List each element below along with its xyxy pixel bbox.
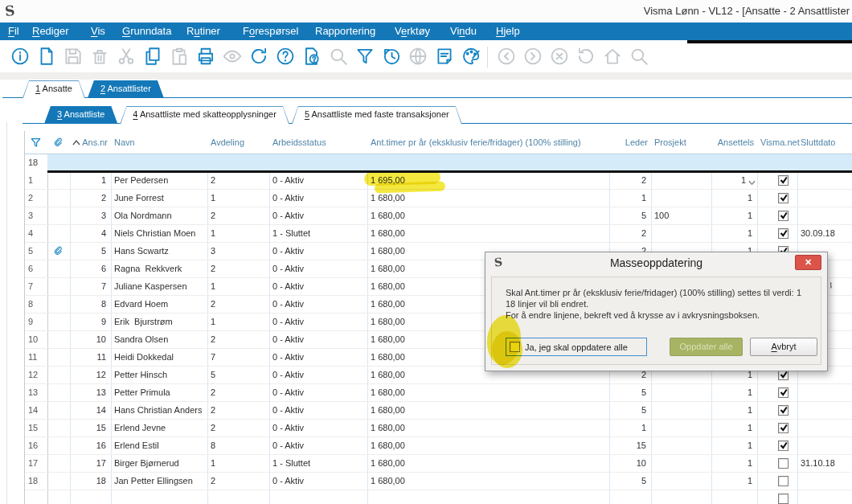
grid-cell-ansettels[interactable]: 1 — [711, 423, 757, 432]
grid-cell-navn[interactable]: Ragna Rekkverk — [111, 264, 207, 273]
grid-cell-timer[interactable]: 1 680,00 — [367, 423, 609, 432]
menu-item-rutiner[interactable]: Rutiner — [186, 25, 220, 37]
subtab-4-ansattliste-med-skatteopplysninger[interactable]: 4 Ansattliste med skatteopplysninger — [120, 106, 289, 124]
grid-cell-avdeling[interactable]: 2 — [207, 211, 269, 220]
grid-cell-avdeling[interactable]: 1 — [207, 281, 269, 291]
info-icon[interactable] — [10, 46, 31, 67]
table-row[interactable]: 1818Jan Petter Ellingsen20 - Aktiv1 680,… — [25, 473, 852, 490]
tab-1-ansatte[interactable]: 1 Ansatte — [23, 80, 85, 98]
grid-cell-ansnr[interactable]: 8 — [70, 299, 111, 309]
grid-cell-navn[interactable]: Ola Nordmann — [111, 211, 207, 220]
grid-cell-visma[interactable] — [757, 175, 797, 187]
grid-cell-visma[interactable] — [757, 458, 797, 470]
grid-cell-navn[interactable]: Hans Christian Anders — [111, 405, 207, 415]
grid-cell-navn[interactable]: Sandra Olsen — [111, 334, 207, 344]
grid-cell-ansettels[interactable]: 1 — [711, 405, 757, 415]
table-row[interactable]: 1515Erlend Jevne20 - Aktiv1 680,0011 — [25, 420, 852, 437]
cancel-button[interactable]: Avbryt — [750, 338, 817, 356]
chevron-down-icon[interactable] — [748, 178, 756, 185]
grid-cell-ansettels[interactable]: 1 — [711, 476, 757, 486]
column-header-status[interactable]: Arbeidsstatus — [272, 137, 326, 147]
grid-cell-ansnr[interactable]: 9 — [70, 317, 111, 326]
grid-cell-leder[interactable]: 10 — [609, 458, 651, 468]
grid-cell-navn[interactable]: Juliane Kaspersen — [111, 281, 207, 291]
grid-cell-avdeling[interactable]: 3 — [207, 246, 269, 256]
grid-cell-visma[interactable] — [757, 440, 797, 453]
grid-cell-status[interactable]: 0 - Aktiv — [269, 193, 367, 203]
grid-cell-status[interactable]: 0 - Aktiv — [269, 281, 367, 291]
grid-cell-status[interactable]: 0 - Aktiv — [269, 423, 367, 432]
grid-cell-ansettels[interactable]: 1 — [711, 211, 757, 220]
grid-cell-ansettels[interactable]: 1 — [711, 175, 757, 185]
help-icon[interactable] — [275, 46, 296, 67]
menu-item-fil[interactable]: Fil — [8, 25, 19, 37]
column-header-slutt[interactable]: Sluttdato — [801, 137, 835, 147]
grid-cell-ansnr[interactable]: 3 — [70, 211, 111, 220]
grid-cell-navn[interactable]: Erlend Jevne — [111, 423, 207, 432]
column-header-navn[interactable]: Navn — [114, 137, 135, 147]
grid-cell-status[interactable]: 0 - Aktiv — [269, 299, 367, 309]
tab-2-ansattlister[interactable]: 2 Ansattlister — [88, 80, 164, 98]
grid-cell-avdeling[interactable]: 5 — [207, 370, 269, 379]
grid-cell-status[interactable]: 0 - Aktiv — [269, 317, 367, 326]
grid-cell-navn[interactable]: Birger Bjørnerud — [111, 458, 207, 468]
table-row[interactable]: 1717Birger Bjørnerud11 - Sluttet1 680,00… — [25, 455, 852, 473]
grid-cell-visma[interactable] — [757, 476, 797, 488]
column-header-ansettels[interactable]: Ansettels — [711, 137, 754, 147]
grid-cell-ansettels[interactable]: 1 — [711, 440, 757, 450]
confirm-checkbox-group[interactable]: Ja, jeg skal oppdatere alle — [506, 338, 647, 356]
grid-cell-visma[interactable] — [757, 211, 797, 223]
grid-cell-leder[interactable]: 1 — [609, 193, 651, 203]
grid-cell-ansnr[interactable]: 15 — [70, 423, 111, 432]
grid-cell-visma[interactable] — [757, 387, 797, 400]
vismanet-checkbox[interactable] — [778, 211, 789, 221]
grid-cell-avdeling[interactable]: 2 — [207, 387, 269, 397]
vismanet-checkbox[interactable] — [778, 440, 789, 451]
grid-cell-navn[interactable]: Petter Hinsch — [111, 370, 207, 379]
grid-cell-ansnr[interactable]: 1 — [70, 175, 111, 185]
column-header-leder[interactable]: Leder — [609, 137, 648, 147]
menu-item-rediger[interactable]: Rediger — [32, 25, 69, 37]
grid-cell-avdeling[interactable]: 2 — [207, 423, 269, 432]
grid-cell-leder[interactable]: 5 — [609, 405, 651, 415]
table-row[interactable]: 33Ola Nordmann20 - Aktiv1 680,0051001 — [25, 207, 852, 225]
vismanet-checkbox[interactable] — [778, 387, 789, 398]
grid-cell-navn[interactable]: Heidi Dokkedal — [111, 352, 207, 362]
close-icon[interactable]: ✕ — [795, 255, 821, 270]
grid-cell-timer[interactable]: 1 680,00 — [367, 476, 609, 486]
new-document-icon[interactable] — [36, 46, 57, 67]
paperclip-icon[interactable] — [47, 245, 70, 258]
menu-item-vis[interactable]: Vis — [91, 25, 105, 37]
column-header-prosjekt[interactable]: Prosjekt — [654, 137, 686, 147]
menu-item-hjelp[interactable]: Hjelp — [496, 25, 520, 37]
grid-cell-visma[interactable] — [757, 193, 797, 205]
subtab-5-ansattliste-med-faste-transaksjoner[interactable]: 5 Ansattliste med faste transaksjoner — [292, 106, 462, 124]
grid-cell-status[interactable]: 0 - Aktiv — [269, 476, 367, 486]
grid-cell-navn[interactable]: Edvard Hoem — [111, 299, 207, 309]
grid-cell-leder[interactable]: 5 — [609, 476, 651, 486]
grid-cell-timer[interactable]: 1 680,00 — [367, 440, 609, 450]
grid-cell-ansettels[interactable]: 1 — [711, 387, 757, 397]
grid-cell-avdeling[interactable]: 1 — [207, 228, 269, 238]
vismanet-checkbox[interactable] — [778, 494, 789, 504]
grid-cell-timer[interactable]: 1 680,00 — [367, 228, 609, 238]
menu-item-foresporsel[interactable]: Forespørsel — [243, 25, 298, 37]
vismanet-checkbox[interactable] — [778, 423, 789, 433]
grid-cell-avdeling[interactable]: 2 — [207, 405, 269, 415]
grid-cell-navn[interactable]: Petter Primula — [111, 387, 207, 397]
document-help-icon[interactable] — [301, 46, 322, 67]
menu-item-verktoy[interactable]: Verktøy — [395, 25, 430, 37]
grid-cell-leder[interactable]: 2 — [609, 175, 651, 185]
grid-cell-avdeling[interactable]: 2 — [207, 476, 269, 486]
column-header-visma[interactable]: Visma.net — [760, 137, 800, 147]
grid-cell-leder[interactable]: 15 — [609, 440, 651, 450]
grid-cell-navn[interactable]: Erlend Estil — [111, 440, 207, 450]
grid-cell-avdeling[interactable]: 2 — [207, 299, 269, 309]
grid-cell-status[interactable]: 0 - Aktiv — [269, 246, 367, 256]
grid-cell-ansnr[interactable]: 5 — [70, 246, 111, 256]
table-row[interactable]: 44Niels Christian Moen11 - Sluttet1 680,… — [25, 225, 852, 243]
grid-cell-timer[interactable]: 1 680,00 — [367, 211, 609, 220]
refresh-icon[interactable] — [248, 46, 269, 67]
grid-cell-ansnr[interactable]: 4 — [70, 228, 111, 238]
grid-cell-status[interactable]: 0 - Aktiv — [269, 211, 367, 220]
